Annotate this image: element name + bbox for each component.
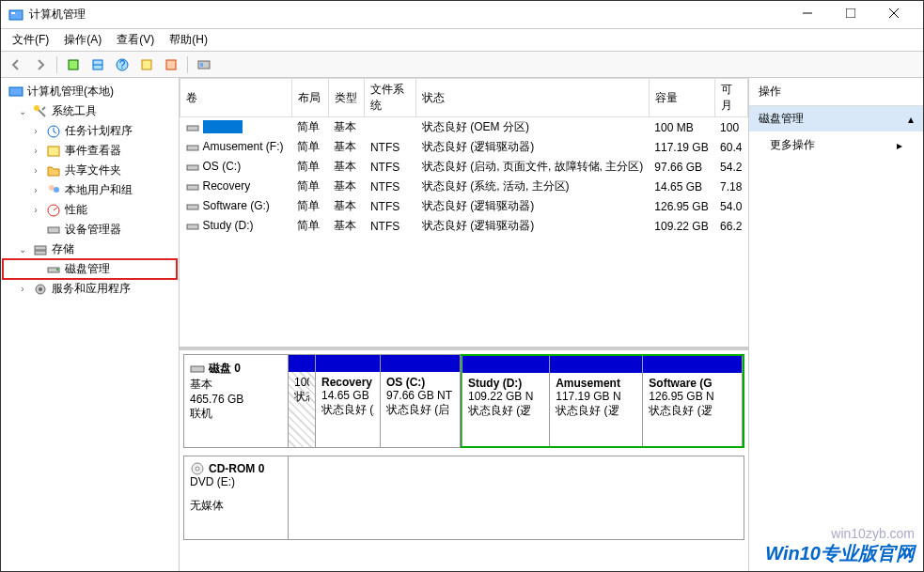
table-row[interactable]: OS (C:)简单基本NTFS状态良好 (启动, 页面文件, 故障转储, 主分区… xyxy=(180,157,748,177)
disk-info[interactable]: 磁盘 0 基本 465.76 GB 联机 xyxy=(183,354,289,448)
partition-recovery[interactable]: Recovery 14.65 GB 状态良好 (系 xyxy=(315,354,381,448)
tree-panel[interactable]: 计算机管理(本地) ⌄ 系统工具 › 任务计划程序 › 事件查看器 › 共享文件… xyxy=(1,78,180,571)
chevron-up-icon: ▴ xyxy=(908,113,914,126)
col-status[interactable]: 状态 xyxy=(416,79,649,117)
clock-icon xyxy=(46,124,61,139)
extended-partition-group: Study (D:) 109.22 GB N 状态良好 (逻 Amusement… xyxy=(461,354,744,448)
forward-button[interactable] xyxy=(29,54,52,75)
collapse-icon[interactable]: ⌄ xyxy=(16,106,29,116)
actions-context[interactable]: 磁盘管理 ▴ xyxy=(749,106,923,131)
table-row[interactable]: Amusement (F:)简单基本NTFS状态良好 (逻辑驱动器)117.19… xyxy=(180,137,748,157)
app-icon xyxy=(8,8,23,23)
watermark-brand: Win10专业版官网 xyxy=(765,541,915,566)
svg-rect-0 xyxy=(9,10,23,20)
svg-rect-11 xyxy=(142,60,151,70)
menu-action[interactable]: 操作(A) xyxy=(56,30,109,50)
disk-row-cdrom: CD-ROM 0 DVD (E:) 无媒体 xyxy=(183,456,744,540)
tool-help-icon[interactable]: ? xyxy=(111,54,133,75)
menu-file[interactable]: 文件(F) xyxy=(5,30,56,50)
svg-point-26 xyxy=(56,269,58,271)
tree-label: 服务和应用程序 xyxy=(52,281,131,297)
col-volume[interactable]: 卷 xyxy=(180,79,292,117)
cdrom-icon xyxy=(190,462,205,475)
menu-help[interactable]: 帮助(H) xyxy=(162,30,215,50)
disk-layout[interactable]: 磁盘 0 基本 465.76 GB 联机 100 状态良好 ( Recovery xyxy=(180,350,748,571)
tool-btn-1[interactable] xyxy=(62,54,85,75)
watermark: win10zyb.com Win10专业版官网 xyxy=(765,526,915,566)
expand-icon[interactable]: › xyxy=(16,284,29,294)
disk-icon xyxy=(46,262,61,277)
table-row[interactable]: Study (D:)简单基本NTFS状态良好 (逻辑驱动器)109.22 GB6… xyxy=(180,216,748,236)
partition-study[interactable]: Study (D:) 109.22 GB N 状态良好 (逻 xyxy=(462,356,550,446)
tree-label: 设备管理器 xyxy=(65,222,121,238)
minimize-button[interactable] xyxy=(786,0,829,27)
actions-more-label: 更多操作 xyxy=(770,137,815,153)
svg-rect-30 xyxy=(187,146,198,150)
partition-os[interactable]: OS (C:) 97.66 GB NT 状态良好 (启 xyxy=(380,354,461,448)
tree-root[interactable]: 计算机管理(本地) xyxy=(3,82,177,101)
menubar: 文件(F) 操作(A) 查看(V) 帮助(H) xyxy=(1,29,923,52)
tool-btn-3[interactable] xyxy=(135,54,158,75)
svg-rect-33 xyxy=(187,205,198,209)
tree-event-viewer[interactable]: › 事件查看器 xyxy=(3,141,177,161)
tree-system-tools[interactable]: ⌄ 系统工具 xyxy=(3,101,177,121)
svg-rect-12 xyxy=(166,60,176,70)
volume-table[interactable]: 卷 布局 类型 文件系统 状态 容量 可月 简单基本状态良好 (OEM 分区)1… xyxy=(180,78,748,350)
svg-rect-34 xyxy=(187,224,198,229)
expand-icon[interactable]: › xyxy=(29,165,42,176)
partition-oem[interactable]: 100 状态良好 ( xyxy=(288,354,316,448)
table-row[interactable]: 简单基本状态良好 (OEM 分区)100 MB100 xyxy=(180,117,748,138)
tool-btn-4[interactable] xyxy=(160,54,182,75)
tree-shared-folders[interactable]: › 共享文件夹 xyxy=(3,161,177,180)
device-icon xyxy=(46,223,61,238)
tree-performance[interactable]: › 性能 xyxy=(3,200,177,220)
tool-btn-2[interactable] xyxy=(86,54,109,75)
svg-point-37 xyxy=(196,467,199,471)
collapse-icon[interactable]: ⌄ xyxy=(16,244,29,255)
actions-more[interactable]: 更多操作 ▸ xyxy=(749,131,923,159)
back-button[interactable] xyxy=(5,54,27,75)
tree-local-users[interactable]: › 本地用户和组 xyxy=(3,180,177,200)
col-free[interactable]: 可月 xyxy=(714,79,747,117)
cdrom-status: 无媒体 xyxy=(190,498,282,514)
actions-context-label: 磁盘管理 xyxy=(759,111,804,127)
close-button[interactable] xyxy=(872,0,916,27)
svg-rect-24 xyxy=(35,251,46,255)
maximize-button[interactable] xyxy=(829,0,872,27)
svg-rect-14 xyxy=(200,63,203,67)
tree-device-manager[interactable]: 设备管理器 xyxy=(3,220,177,240)
svg-rect-32 xyxy=(187,185,198,190)
table-header-row: 卷 布局 类型 文件系统 状态 容量 可月 xyxy=(180,79,748,117)
expand-icon[interactable]: › xyxy=(29,185,42,195)
users-icon xyxy=(46,183,61,198)
tree-label: 系统工具 xyxy=(52,103,97,119)
disk-size: 465.76 GB xyxy=(190,393,282,406)
col-layout[interactable]: 布局 xyxy=(291,79,328,117)
svg-rect-22 xyxy=(48,227,59,233)
cdrom-info[interactable]: CD-ROM 0 DVD (E:) 无媒体 xyxy=(183,456,289,540)
tool-btn-5[interactable] xyxy=(193,54,215,75)
expand-icon[interactable]: › xyxy=(29,205,42,215)
disk-icon xyxy=(190,363,205,376)
svg-rect-18 xyxy=(48,147,59,156)
table-row[interactable]: Recovery简单基本NTFS状态良好 (系统, 活动, 主分区)14.65 … xyxy=(180,177,748,196)
tree-label: 事件查看器 xyxy=(65,143,121,159)
cdrom-sub: DVD (E:) xyxy=(190,475,282,488)
col-type[interactable]: 类型 xyxy=(328,79,365,117)
col-capacity[interactable]: 容量 xyxy=(649,79,714,117)
tree-disk-management[interactable]: 磁盘管理 xyxy=(3,259,177,279)
partition-amusement[interactable]: Amusement 117.19 GB N 状态良好 (逻 xyxy=(549,356,643,446)
tree-storage[interactable]: ⌄ 存储 xyxy=(3,240,177,259)
svg-rect-35 xyxy=(191,366,204,372)
expand-icon[interactable]: › xyxy=(29,146,42,156)
cdrom-empty[interactable] xyxy=(288,456,744,540)
partition-software[interactable]: Software (G 126.95 GB N 状态良好 (逻 xyxy=(642,356,743,446)
window-controls xyxy=(786,3,916,27)
tree-services-apps[interactable]: › 服务和应用程序 xyxy=(3,279,177,299)
tree-label: 性能 xyxy=(65,202,87,218)
table-row[interactable]: Software (G:)简单基本NTFS状态良好 (逻辑驱动器)126.95 … xyxy=(180,196,748,216)
menu-view[interactable]: 查看(V) xyxy=(109,30,162,50)
col-fs[interactable]: 文件系统 xyxy=(365,79,416,117)
expand-icon[interactable]: › xyxy=(29,126,42,136)
tree-task-scheduler[interactable]: › 任务计划程序 xyxy=(3,121,177,141)
